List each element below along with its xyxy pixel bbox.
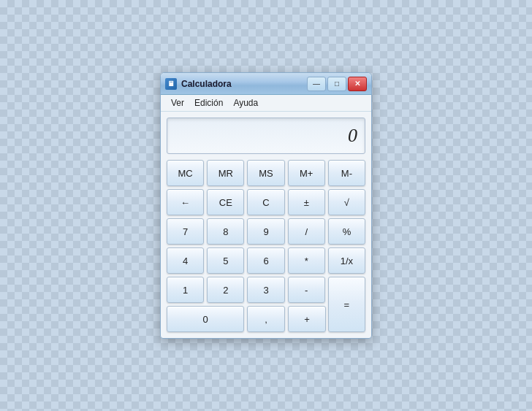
close-button[interactable]: ✕: [348, 77, 367, 91]
btn-ce[interactable]: CE: [207, 189, 244, 215]
btn-8[interactable]: 8: [207, 218, 244, 245]
btn-multiply[interactable]: *: [288, 247, 325, 274]
btn-0[interactable]: 0: [167, 306, 244, 332]
display-value: 0: [348, 125, 357, 147]
btn-percent[interactable]: %: [328, 218, 365, 245]
row3: 4 5 6 * 1/x: [167, 247, 365, 274]
btn-7[interactable]: 7: [167, 218, 204, 245]
btn-sqrt[interactable]: √: [328, 189, 365, 215]
btn-mplus[interactable]: M+: [288, 160, 325, 186]
menu-edicion[interactable]: Edición: [190, 96, 227, 110]
calculator-window: 🖩 Calculadora — □ ✕ Ver Edición Ayuda 0 …: [160, 72, 372, 339]
menu-ayuda[interactable]: Ayuda: [229, 96, 262, 110]
btn-ms[interactable]: MS: [247, 160, 284, 186]
btn-2[interactable]: 2: [207, 277, 244, 303]
row4: 1 2 3 - =: [167, 277, 365, 303]
menu-ver[interactable]: Ver: [167, 96, 189, 110]
btn-plus[interactable]: +: [288, 306, 326, 332]
minimize-button[interactable]: —: [307, 77, 326, 91]
btn-decimal[interactable]: ,: [247, 306, 285, 332]
window-controls: — □ ✕: [307, 77, 367, 91]
btn-mr[interactable]: MR: [207, 160, 244, 186]
display-area: 0: [167, 118, 365, 154]
btn-9[interactable]: 9: [247, 218, 284, 245]
btn-3[interactable]: 3: [247, 277, 284, 303]
window-title: Calculadora: [181, 79, 307, 89]
btn-equals[interactable]: =: [328, 277, 365, 332]
menu-bar: Ver Edición Ayuda: [161, 95, 371, 112]
btn-minus[interactable]: -: [288, 277, 325, 303]
btn-6[interactable]: 6: [247, 247, 284, 274]
btn-mminus[interactable]: M-: [328, 160, 365, 186]
btn-reciprocal[interactable]: 1/x: [328, 247, 365, 274]
btn-plusminus[interactable]: ±: [288, 189, 325, 215]
btn-divide[interactable]: /: [288, 218, 325, 245]
row2: 7 8 9 / %: [167, 218, 365, 245]
btn-backspace[interactable]: ←: [167, 189, 204, 215]
maximize-button[interactable]: □: [327, 77, 346, 91]
btn-c[interactable]: C: [247, 189, 284, 215]
buttons-area: MC MR MS M+ M- ← CE C ± √ 7 8 9 / % 4 5 …: [161, 157, 371, 338]
btn-1[interactable]: 1: [167, 277, 204, 303]
btn-4[interactable]: 4: [167, 247, 204, 274]
title-bar: 🖩 Calculadora — □ ✕: [161, 73, 371, 95]
btn-5[interactable]: 5: [207, 247, 244, 274]
row1: ← CE C ± √: [167, 189, 365, 215]
memory-row: MC MR MS M+ M-: [167, 160, 365, 186]
btn-mc[interactable]: MC: [167, 160, 204, 186]
app-icon: 🖩: [165, 78, 177, 90]
